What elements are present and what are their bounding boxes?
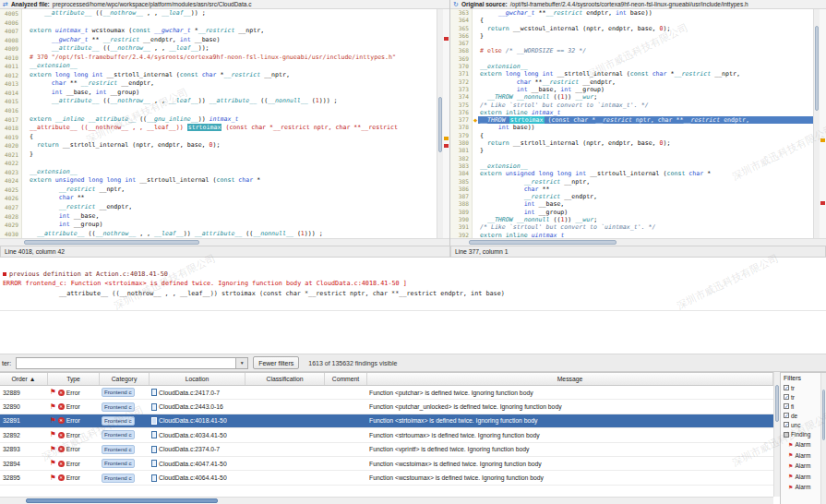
- code-line[interactable]: 363 __gwchar_t **__restrict endptr, int …: [450, 9, 813, 17]
- code-line[interactable]: 378 int base)): [450, 124, 813, 131]
- analyzed-file-body[interactable]: 4005 __attribute__ ((__nothrow__ , , __l…: [0, 9, 449, 238]
- table-horizontal-scrollbar[interactable]: [0, 497, 773, 504]
- code-line[interactable]: 4005 __attribute__ ((__nothrow__ , , __l…: [0, 9, 437, 18]
- code-line[interactable]: 387 __restrict __endptr,: [450, 193, 813, 200]
- code-line[interactable]: 375/* Like `strtol' but convert to `intm…: [450, 102, 813, 109]
- code-line[interactable]: 4028 int __base,: [0, 212, 437, 222]
- filters-panel-scrollbar[interactable]: [820, 373, 826, 504]
- code-line[interactable]: 4026 char **: [0, 194, 437, 203]
- table-row[interactable]: 32894⚑✕ErrorFrontend cCloudData.c:4047.4…: [0, 457, 773, 471]
- code-line[interactable]: 4030 __attribute__ ((__nothrow__ , , __l…: [0, 230, 437, 238]
- sync-panes-icon[interactable]: ⇄: [3, 1, 8, 7]
- error-mark-tick[interactable]: [820, 201, 825, 205]
- filter-tree-item-alarm[interactable]: ⚑Alarm: [781, 439, 826, 450]
- code-line[interactable]: 373 int __base, int __group): [450, 86, 813, 93]
- code-line[interactable]: 388 int __base,: [450, 200, 813, 208]
- left-vertical-scrollbar[interactable]: [437, 9, 443, 238]
- code-line[interactable]: 380 return __strtoll_internal (nptr, end…: [450, 139, 813, 147]
- code-line[interactable]: 4029 int __group): [0, 221, 437, 230]
- filter-checkbox-item[interactable]: ✓unc: [781, 420, 826, 429]
- code-line[interactable]: 364{: [450, 17, 813, 24]
- code-line[interactable]: 4021}: [0, 150, 437, 160]
- code-line[interactable]: 4012extern long long int __strtoll_inter…: [0, 71, 437, 80]
- filters-panel-scrollbar-thumb[interactable]: [822, 390, 825, 440]
- checkbox[interactable]: ✓: [784, 413, 789, 418]
- tristate-checkbox[interactable]: [784, 432, 789, 438]
- code-line[interactable]: 391/* Like `strtoul' but convert to `uin…: [450, 223, 813, 231]
- code-line[interactable]: 384extern unsigned long long int __strto…: [450, 170, 813, 177]
- original-source-body[interactable]: 363 __gwchar_t **__restrict endptr, int …: [450, 9, 826, 238]
- checkbox[interactable]: ✓: [784, 394, 789, 400]
- code-line[interactable]: 4011__extension__: [0, 62, 437, 71]
- error-mark-tick[interactable]: [444, 37, 449, 41]
- filter-combobox[interactable]: ▼: [16, 357, 248, 369]
- code-line[interactable]: 381}: [450, 147, 813, 154]
- code-line[interactable]: 383__extension__: [450, 162, 813, 170]
- code-line[interactable]: 370__extension__: [450, 63, 813, 70]
- code-line[interactable]: 4016: [0, 106, 437, 115]
- checkbox[interactable]: ✓: [784, 403, 789, 409]
- table-row[interactable]: 32892⚑✕ErrorFrontend cCloudData.c:4034.4…: [0, 428, 773, 442]
- table-row[interactable]: 32893⚑✕ErrorFrontend cCloudData.c:2374.0…: [0, 443, 773, 457]
- filter-checkbox-item[interactable]: ✓tr: [781, 392, 826, 402]
- filter-group-finding[interactable]: Finding: [781, 429, 826, 439]
- code-line[interactable]: 4018__attribute__ ((__nothrow__ , , __le…: [0, 124, 437, 133]
- code-line[interactable]: 4024extern unsigned long long int __strt…: [0, 176, 437, 186]
- table-row[interactable]: 32895⚑✕ErrorFrontend cCloudData.c:4064.4…: [0, 471, 773, 485]
- code-line[interactable]: 386 char **: [450, 186, 813, 193]
- code-line[interactable]: 379{: [450, 132, 813, 139]
- filter-checkbox-item[interactable]: ✓tr: [781, 383, 826, 392]
- code-line[interactable]: 4007extern uintmax_t wcstoumax (const __…: [0, 27, 437, 36]
- right-vertical-scrollbar-thumb[interactable]: [815, 26, 819, 111]
- code-line[interactable]: 376extern inline intmax_t: [450, 109, 813, 116]
- filter-tree-item-alarm[interactable]: ⚑Alarm: [781, 472, 826, 483]
- table-horizontal-scrollbar-thumb[interactable]: [26, 498, 218, 503]
- table-row[interactable]: 32889⚑✕ErrorFrontend cCloudData.c:2417.0…: [0, 386, 773, 400]
- code-line[interactable]: 367: [450, 40, 813, 47]
- checkbox[interactable]: ✓: [784, 385, 789, 390]
- code-line[interactable]: 366}: [450, 32, 813, 40]
- code-line[interactable]: 4020 return __strtoll_internal (nptr, en…: [0, 141, 437, 150]
- right-vertical-scrollbar[interactable]: [813, 9, 820, 238]
- column-header-type[interactable]: Type: [48, 373, 100, 385]
- code-line[interactable]: 371extern long long int __strtoll_intern…: [450, 70, 813, 78]
- code-line[interactable]: 4017extern __inline __attribute__ ((__gn…: [0, 115, 437, 125]
- code-line[interactable]: 4027 __restrict __endptr,: [0, 203, 437, 212]
- code-line[interactable]: 4010# 370 "/opt/fsl-framebuffer/2.4.4/sy…: [0, 54, 437, 63]
- code-line[interactable]: 377◆__THROW strtoimax (const char *__res…: [450, 116, 813, 124]
- filter-tree-item-alarm[interactable]: ⚑Alarm: [781, 482, 826, 493]
- code-line[interactable]: 372 char **__restrict __endptr,: [450, 78, 813, 86]
- column-header-classification[interactable]: Classification: [245, 373, 325, 385]
- code-line[interactable]: 385 __restrict __nptr,: [450, 178, 813, 186]
- column-header-comment[interactable]: Comment: [325, 373, 367, 385]
- refresh-icon[interactable]: ↻: [453, 1, 459, 7]
- left-horizontal-scrollbar-thumb[interactable]: [24, 240, 199, 245]
- right-horizontal-scrollbar[interactable]: [450, 238, 826, 246]
- code-line[interactable]: 4025 __restrict __nptr,: [0, 186, 437, 195]
- code-line[interactable]: 382: [450, 155, 813, 162]
- code-line[interactable]: 390 __THROW __nonnull ((1)) __wur;: [450, 216, 813, 223]
- filter-checkbox-item[interactable]: ✓fi: [781, 402, 826, 411]
- code-line[interactable]: 4023__extension__: [0, 168, 437, 177]
- code-line[interactable]: 4014 int __base, int __group): [0, 89, 437, 98]
- warning-mark-tick[interactable]: [444, 137, 449, 140]
- code-line[interactable]: 392extern inline uintmax_t: [450, 232, 813, 238]
- code-line[interactable]: 4015 __attribute__ ((__nothrow__ , , __l…: [0, 97, 437, 106]
- warning-mark-tick[interactable]: [820, 138, 825, 142]
- code-line[interactable]: 365 return __wcstoul_internal (nptr, end…: [450, 25, 813, 32]
- chevron-down-icon[interactable]: ▼: [235, 358, 247, 368]
- column-header-order[interactable]: Order ▲: [0, 373, 48, 385]
- column-header-location[interactable]: Location: [150, 373, 245, 385]
- code-line[interactable]: 374 __THROW __nonnull ((1)) __wur;: [450, 93, 813, 101]
- table-row[interactable]: 32890⚑✕ErrorFrontend cCloudData.c:2443.0…: [0, 400, 773, 414]
- code-line[interactable]: 4006: [0, 18, 437, 28]
- code-line[interactable]: 4022: [0, 159, 437, 168]
- code-line[interactable]: 368# else /* __WORDSIZE == 32 */: [450, 47, 813, 54]
- right-horizontal-scrollbar-thumb[interactable]: [469, 240, 617, 245]
- table-row[interactable]: 32891⚑✕ErrorFrontend cCloudData.c:4018.4…: [0, 414, 773, 428]
- code-line[interactable]: 4019{: [0, 133, 437, 142]
- code-line[interactable]: 4008 __gwchar_t ** __restrict __endptr, …: [0, 36, 437, 45]
- analyzed-code-lines[interactable]: 4005 __attribute__ ((__nothrow__ , , __l…: [0, 9, 437, 238]
- filter-tree-item-alarm[interactable]: ⚑Alarm: [781, 450, 826, 462]
- error-message-line[interactable]: ERROR frontend_c: Function <strtoimax> i…: [0, 280, 826, 287]
